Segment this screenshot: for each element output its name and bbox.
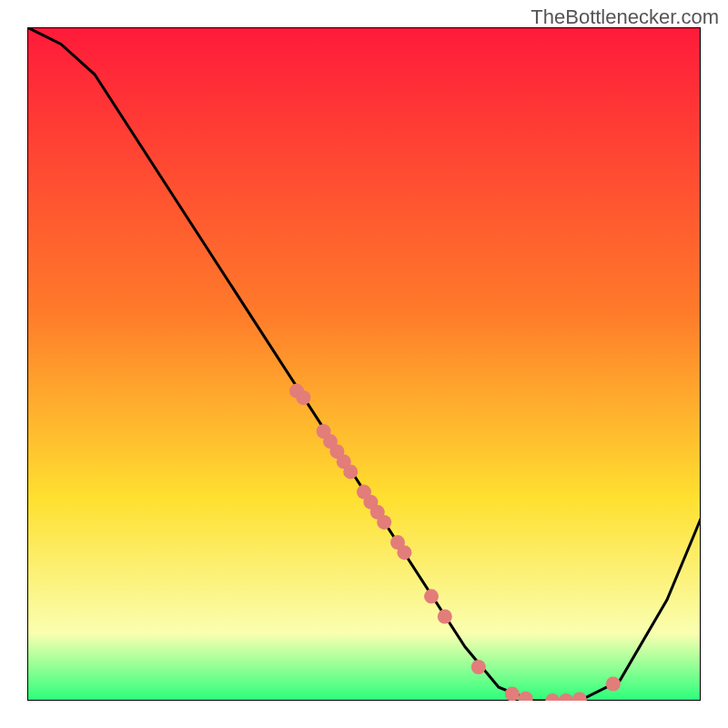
data-marker xyxy=(424,589,439,603)
data-marker xyxy=(606,677,621,692)
data-marker xyxy=(296,390,310,405)
chart-container: { "watermark": "TheBottlenecker.com", "c… xyxy=(0,0,728,728)
data-marker xyxy=(377,515,391,530)
data-marker xyxy=(343,464,358,479)
data-marker xyxy=(438,610,452,624)
data-marker xyxy=(505,687,520,701)
plot-area xyxy=(27,27,701,701)
chart-svg xyxy=(27,27,701,701)
watermark-text: TheBottlenecker.com xyxy=(531,5,719,29)
data-marker xyxy=(397,545,411,560)
data-marker xyxy=(471,660,486,674)
